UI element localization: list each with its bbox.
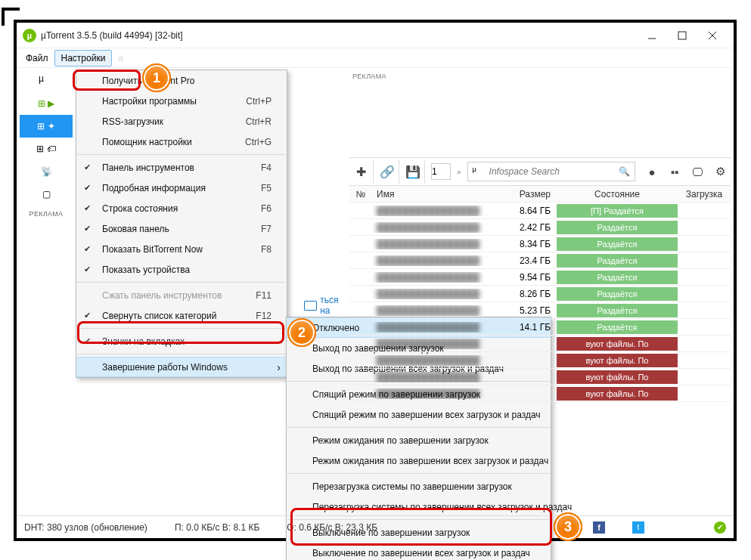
table-row[interactable]: ████████████████5.23 ГБРаздаётся bbox=[349, 302, 731, 319]
sidebar-device-icon[interactable]: ▢ bbox=[20, 183, 73, 206]
maximize-button[interactable] bbox=[667, 25, 697, 46]
chat-icon[interactable]: ▪▪ bbox=[664, 161, 685, 182]
search-box[interactable]: µ 🔍 bbox=[467, 162, 635, 181]
minimize-button[interactable] bbox=[637, 25, 667, 46]
save-button[interactable]: 💾 bbox=[401, 159, 425, 184]
menu-file[interactable]: Файл bbox=[20, 51, 54, 66]
table-row[interactable]: ████████████████вуют файлы. По bbox=[349, 352, 731, 369]
table-row[interactable]: ████████████████14.1 ГБРаздаётся bbox=[349, 319, 731, 336]
menu-item[interactable]: RSS-загрузчикCtrl+R bbox=[76, 111, 287, 131]
page-input[interactable] bbox=[431, 163, 451, 180]
col-size[interactable]: Размер bbox=[504, 189, 557, 200]
col-download[interactable]: Загрузка bbox=[678, 189, 731, 200]
bulb-icon[interactable]: ● bbox=[641, 161, 663, 182]
add-torrent-button[interactable]: ✚ bbox=[349, 159, 374, 184]
callout-ring-3 bbox=[290, 508, 552, 546]
twitter-icon[interactable]: t bbox=[632, 521, 644, 534]
menu-item[interactable]: Помощник настройкиCtrl+G bbox=[76, 131, 287, 152]
status-ok-icon: ✔ bbox=[714, 521, 726, 534]
window-title: µTorrent 3.5.5 (build 44994) [32-bit] bbox=[41, 30, 637, 41]
callout-ring-2 bbox=[77, 321, 284, 344]
table-header: № Имя Размер Состояние Загрузка bbox=[349, 186, 731, 203]
more-icon[interactable]: » bbox=[457, 168, 461, 176]
content-area: ✚ 🔗 💾 » µ 🔍 ● ▪▪ 🖵 ⚙ № Имя Размер Состоя… bbox=[349, 68, 731, 560]
svg-rect-1 bbox=[678, 32, 686, 39]
sidebar-logo-icon[interactable]: µ bbox=[20, 70, 73, 92]
table-row[interactable]: ████████████████2.42 ГБРаздаётся bbox=[349, 219, 731, 236]
menu-item[interactable]: Подробная информацияF5 bbox=[76, 178, 287, 198]
sidebar: µ ⊞ ▶ ⊞ ✦ ⊞ 🏷 📡 ▢ РЕКЛАМА bbox=[20, 70, 73, 218]
menubar: Файл Настройки а bbox=[17, 48, 734, 68]
status-disk: П: 0.0 КБ/с В: 8.1 КБ bbox=[175, 522, 259, 533]
table-row[interactable]: ████████████████8.26 ГБРаздаётся bbox=[349, 286, 731, 302]
table-row[interactable]: ████████████████вуют файлы. По bbox=[349, 385, 731, 402]
sidebar-play-icon[interactable]: ⊞ ▶ bbox=[20, 92, 73, 115]
search-icon[interactable]: 🔍 bbox=[619, 166, 630, 177]
sidebar-tag-icon[interactable]: ⊞ 🏷 bbox=[20, 138, 73, 160]
torrent-list: ████████████████8.64 ГБ[П] Раздаётся████… bbox=[349, 203, 731, 402]
menu-item[interactable]: Завершение работы Windows bbox=[76, 357, 287, 377]
menu-item[interactable]: Строка состоянияF6 bbox=[76, 198, 287, 218]
callout-bubble-2: 2 bbox=[289, 320, 315, 345]
menu-item[interactable]: Показать устройства bbox=[76, 259, 287, 280]
menu-item[interactable]: Боковая панельF7 bbox=[76, 218, 287, 239]
menu-settings[interactable]: Настройки bbox=[54, 50, 113, 67]
share-button[interactable]: ться на bbox=[304, 298, 349, 313]
table-row[interactable]: ████████████████вуют файлы. По bbox=[349, 369, 731, 385]
gear-icon[interactable]: ⚙ bbox=[709, 161, 731, 182]
menu-item[interactable]: Настройки программыCtrl+P bbox=[76, 91, 287, 111]
facebook-icon[interactable]: f bbox=[593, 521, 605, 534]
sidebar-filter-selected[interactable]: ⊞ ✦ bbox=[20, 115, 73, 138]
titlebar: µ µTorrent 3.5.5 (build 44994) [32-bit] bbox=[17, 23, 734, 48]
table-row[interactable]: ████████████████9.54 ГБРаздаётся bbox=[349, 269, 731, 286]
add-url-button[interactable]: 🔗 bbox=[375, 159, 399, 184]
ad-label-side: РЕКЛАМА bbox=[20, 210, 73, 218]
search-input[interactable] bbox=[489, 166, 614, 177]
table-row[interactable]: ████████████████8.64 ГБ[П] Раздаётся bbox=[349, 203, 731, 219]
remote-icon[interactable]: 🖵 bbox=[687, 161, 708, 182]
callout-ring-1 bbox=[73, 70, 141, 91]
search-engine-icon: µ bbox=[473, 166, 485, 178]
menu-item[interactable]: Панель инструментовF4 bbox=[76, 157, 287, 178]
table-row[interactable]: ████████████████23.4 ГБРаздаётся bbox=[349, 252, 731, 269]
sidebar-rss-icon[interactable]: 📡 bbox=[20, 160, 73, 183]
col-num[interactable]: № bbox=[349, 189, 372, 200]
menu-item[interactable]: Показать BitTorrent NowF8 bbox=[76, 239, 287, 259]
callout-bubble-3: 3 bbox=[555, 514, 581, 540]
app-logo-icon: µ bbox=[23, 29, 36, 42]
col-state[interactable]: Состояние bbox=[557, 189, 678, 200]
torrent-toolbar: ✚ 🔗 💾 » µ 🔍 ● ▪▪ 🖵 ⚙ bbox=[349, 157, 731, 186]
close-button[interactable] bbox=[697, 25, 728, 46]
menu-item[interactable]: Сжать панель инструментовF11 bbox=[76, 285, 287, 305]
table-row[interactable]: ████████████████8.34 ГБРаздаётся bbox=[349, 236, 731, 252]
callout-bubble-1: 1 bbox=[144, 65, 169, 91]
table-row[interactable]: ████████████████вуют файлы. По bbox=[349, 336, 731, 352]
status-dht: DHT: 380 узлов (обновление) bbox=[24, 522, 147, 533]
col-name[interactable]: Имя bbox=[372, 189, 504, 200]
